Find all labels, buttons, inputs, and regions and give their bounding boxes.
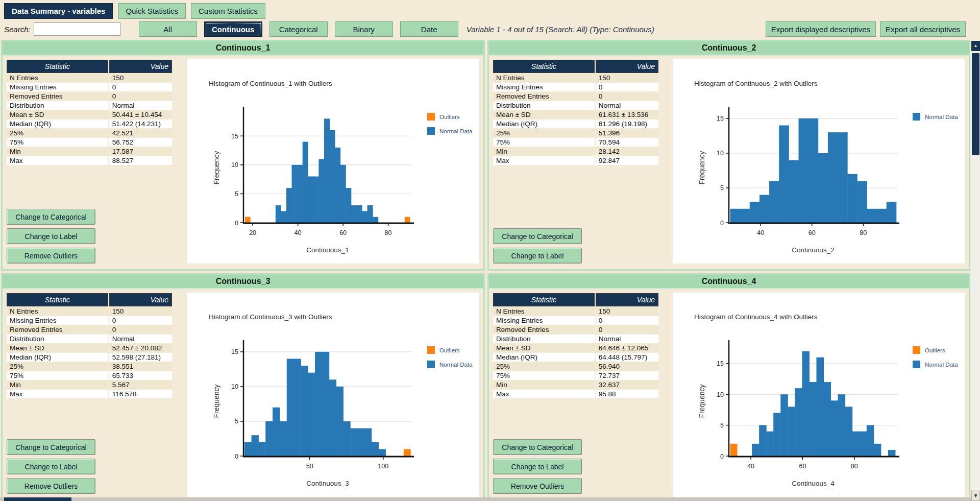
stat-row: DistributionNormal bbox=[493, 101, 658, 110]
y-axis-label: Frequency bbox=[698, 151, 706, 184]
histogram-bar bbox=[346, 188, 351, 223]
filter-button-continuous[interactable]: Continuous bbox=[204, 21, 262, 37]
histogram-bar bbox=[752, 444, 760, 456]
histogram-bar bbox=[828, 132, 838, 223]
histogram-chart: Histogram of Continuous_4 with Outliers0… bbox=[673, 293, 965, 497]
x-tick-label: 60 bbox=[339, 229, 347, 236]
stat-row: Min17.587 bbox=[7, 147, 172, 156]
stat-label: Max bbox=[7, 390, 108, 398]
variable-panel-continuous-2: Continuous_2 Statistic Value N Entries15… bbox=[487, 40, 970, 271]
scroll-down-icon[interactable]: ▼ bbox=[971, 490, 980, 501]
stat-value: 92.847 bbox=[596, 156, 658, 165]
histogram-bar bbox=[273, 408, 280, 456]
panel-action-buttons: Change to CategoricalChange to LabelRemo… bbox=[492, 439, 663, 496]
stat-value: 72.737 bbox=[596, 371, 658, 380]
histogram-bar bbox=[808, 118, 819, 223]
stat-value: 88.527 bbox=[109, 156, 172, 165]
stat-row: 75%72.737 bbox=[493, 371, 658, 380]
variable-range-status: Variable 1 - 4 out of 15 (Search: All) (… bbox=[467, 25, 654, 34]
histogram-bar bbox=[867, 209, 877, 223]
horizontal-scrollbar-thumb[interactable] bbox=[4, 497, 71, 501]
legend-swatch-normal-data bbox=[913, 113, 920, 121]
stat-row: Min28.142 bbox=[493, 147, 658, 156]
histogram-svg: Histogram of Continuous_3 with Outliers0… bbox=[187, 293, 479, 497]
y-tick-label: 0 bbox=[720, 220, 724, 227]
stat-column-header: Statistic bbox=[7, 60, 108, 73]
histogram-bar bbox=[301, 366, 308, 456]
filter-button-all[interactable]: All bbox=[139, 21, 197, 37]
stat-column-header: Statistic bbox=[7, 293, 108, 306]
histogram-bar bbox=[286, 188, 292, 223]
histogram-bar bbox=[788, 407, 795, 456]
stat-row: DistributionNormal bbox=[7, 101, 172, 110]
histogram-bar bbox=[364, 428, 372, 456]
change-to-label-button[interactable]: Change to Label bbox=[7, 228, 95, 244]
histogram-bar bbox=[265, 421, 273, 456]
stat-row: Min32.637 bbox=[493, 380, 658, 389]
histogram-bar bbox=[789, 160, 799, 223]
horizontal-scrollbar[interactable] bbox=[0, 497, 971, 501]
stat-row: Median (IQR)52.598 (27.181) bbox=[7, 353, 172, 362]
stat-value: 52.598 (27.181) bbox=[109, 353, 172, 362]
histogram-bar bbox=[335, 148, 340, 223]
histogram-bar bbox=[330, 130, 335, 223]
histogram-bar bbox=[276, 205, 281, 223]
y-tick-label: 15 bbox=[717, 360, 724, 367]
export-all-descriptives-button[interactable]: Export all descriptives bbox=[880, 21, 966, 37]
change-to-label-button[interactable]: Change to Label bbox=[493, 459, 582, 474]
stat-label: N Entries bbox=[7, 74, 108, 82]
chart-title: Histogram of Continuous_4 with Outliers bbox=[694, 313, 818, 321]
stat-value: 150 bbox=[109, 307, 172, 316]
change-to-categorical-button[interactable]: Change to Categorical bbox=[493, 439, 582, 455]
filter-button-categorical[interactable]: Categorical bbox=[270, 21, 328, 37]
histogram-bar bbox=[795, 388, 802, 456]
panel-title: Continuous_4 bbox=[489, 275, 969, 289]
y-tick-label: 10 bbox=[717, 391, 724, 398]
stat-label: 25% bbox=[7, 362, 108, 371]
panel-action-buttons: Change to CategoricalChange to LabelRemo… bbox=[6, 439, 176, 496]
filter-button-date[interactable]: Date bbox=[400, 21, 458, 37]
change-to-label-button[interactable]: Change to Label bbox=[493, 248, 582, 264]
chart-title: Histogram of Continuous_2 with Outliers bbox=[694, 80, 818, 87]
histogram-bar bbox=[857, 181, 867, 223]
outlier-bar bbox=[404, 449, 411, 456]
tab-quick-statistics[interactable]: Quick Statistics bbox=[118, 3, 186, 19]
change-to-label-button[interactable]: Change to Label bbox=[7, 459, 95, 474]
stat-label: Min bbox=[493, 380, 595, 389]
histogram-bar bbox=[845, 407, 853, 456]
histogram-bar bbox=[769, 181, 779, 223]
legend-label: Normal Data bbox=[925, 114, 958, 120]
histogram-bar bbox=[280, 421, 287, 456]
chart-title: Histogram of Continuous_1 with Outliers bbox=[209, 80, 332, 87]
remove-outliers-button[interactable]: Remove Outliers bbox=[7, 248, 95, 264]
panel-action-buttons: Change to CategoricalChange to Label bbox=[492, 228, 663, 266]
stat-row: Removed Entries0 bbox=[7, 92, 172, 101]
remove-outliers-button[interactable]: Remove Outliers bbox=[7, 478, 95, 494]
y-tick-label: 0 bbox=[720, 453, 724, 460]
filter-button-binary[interactable]: Binary bbox=[335, 21, 393, 37]
stat-label: Median (IQR) bbox=[7, 120, 108, 128]
tab-custom-statistics[interactable]: Custom Statistics bbox=[191, 3, 265, 19]
histogram-bar bbox=[329, 379, 336, 456]
stat-value: Normal bbox=[109, 335, 172, 343]
stat-value: 56.940 bbox=[596, 362, 658, 371]
export-displayed-descriptives-button[interactable]: Export displayed descriptives bbox=[766, 21, 876, 37]
stat-value: 50.441 ± 10.454 bbox=[109, 110, 172, 119]
scroll-up-icon[interactable]: ▲ bbox=[971, 41, 980, 51]
legend-label: Outliers bbox=[439, 114, 460, 120]
search-input[interactable] bbox=[34, 22, 120, 36]
stat-label: 75% bbox=[7, 371, 108, 380]
vertical-scrollbar-thumb[interactable] bbox=[972, 53, 979, 155]
remove-outliers-button[interactable]: Remove Outliers bbox=[493, 478, 582, 494]
stat-row: Missing Entries0 bbox=[493, 316, 658, 325]
change-to-categorical-button[interactable]: Change to Categorical bbox=[7, 209, 95, 225]
stat-label: 75% bbox=[7, 138, 108, 147]
change-to-categorical-button[interactable]: Change to Categorical bbox=[7, 439, 95, 455]
vertical-scrollbar[interactable]: ▲ ▼ bbox=[971, 41, 980, 501]
histogram-bar bbox=[838, 394, 846, 456]
tab-data-summary-variables[interactable]: Data Summary - variables bbox=[4, 3, 113, 19]
change-to-categorical-button[interactable]: Change to Categorical bbox=[493, 228, 582, 244]
histogram-bar bbox=[860, 432, 867, 456]
stat-value: 65.733 bbox=[109, 371, 172, 380]
stat-label: Mean ± SD bbox=[7, 344, 108, 352]
